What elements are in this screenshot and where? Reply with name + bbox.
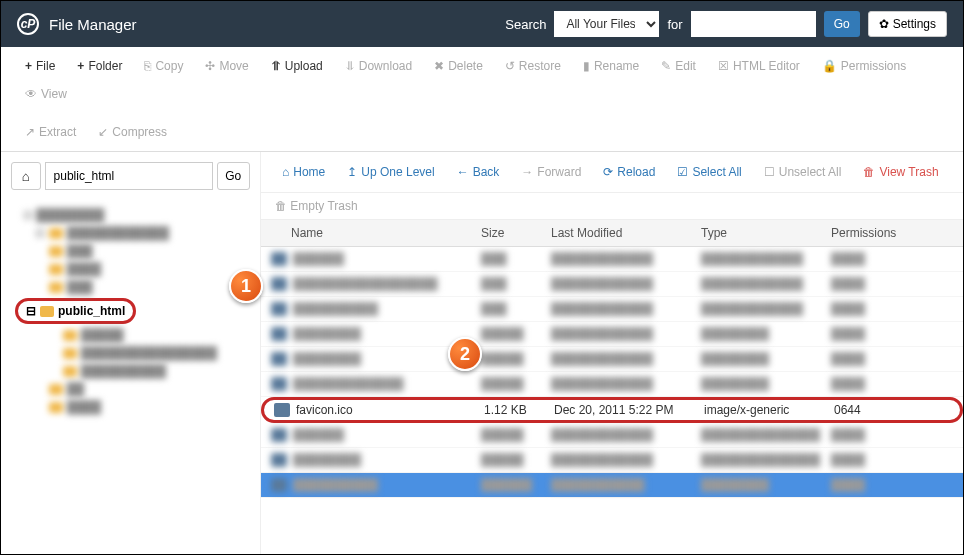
table-row[interactable]: █████████████████████████████████████ — [261, 347, 963, 372]
edit-button[interactable]: ✎Edit — [651, 53, 706, 79]
toolbar: +File +Folder ⎘Copy ✣Move ⥣Upload ⥥Downl… — [1, 47, 963, 152]
search-go-button[interactable]: Go — [824, 11, 860, 37]
rename-button[interactable]: ▮Rename — [573, 53, 649, 79]
path-home-button[interactable]: ⌂ — [11, 162, 41, 190]
table-row[interactable]: ████████████████████████████████████████… — [261, 372, 963, 397]
grid-header: Name Size Last Modified Type Permissions — [261, 220, 963, 247]
file-button[interactable]: +File — [15, 53, 65, 79]
nav-select-all[interactable]: ☑Select All — [668, 160, 750, 184]
path-go-button[interactable]: Go — [217, 162, 250, 190]
search-scope-select[interactable]: All Your Files — [554, 11, 659, 37]
folder-button[interactable]: +Folder — [67, 53, 132, 79]
col-size[interactable]: Size — [481, 226, 551, 240]
nav-unselect-all[interactable]: ☐Unselect All — [755, 160, 851, 184]
top-bar: cP File Manager Search All Your Files fo… — [1, 1, 963, 47]
annotation-marker-1: 1 — [229, 269, 263, 303]
table-row[interactable]: █████████████████████████████████████ — [261, 322, 963, 347]
extract-button[interactable]: ↗Extract — [15, 119, 86, 145]
compress-button[interactable]: ↙Compress — [88, 119, 177, 145]
delete-button[interactable]: ✖Delete — [424, 53, 493, 79]
col-modified[interactable]: Last Modified — [551, 226, 701, 240]
gear-icon: ✿ — [879, 17, 889, 31]
table-row[interactable]: ████████████████████████████████████████… — [261, 423, 963, 448]
file-icon — [274, 403, 290, 417]
nav-view-trash[interactable]: 🗑View Trash — [854, 160, 947, 184]
table-row[interactable]: ████████████████████████████████████████… — [261, 448, 963, 473]
restore-button[interactable]: ↺Restore — [495, 53, 571, 79]
table-row[interactable]: █████████████████████████████████████ — [261, 247, 963, 272]
nav-up[interactable]: ↥Up One Level — [338, 160, 443, 184]
file-list[interactable]: █████████████████████████████████████ ██… — [261, 247, 963, 555]
permissions-button[interactable]: 🔒Permissions — [812, 53, 916, 79]
search-input[interactable] — [691, 11, 816, 37]
file-type: image/x-generic — [704, 403, 834, 417]
download-button[interactable]: ⥥Download — [335, 53, 422, 79]
nav-reload[interactable]: ⟳Reload — [594, 160, 664, 184]
file-name: favicon.ico — [296, 403, 353, 417]
tree-public-html[interactable]: ⊟ public_html — [15, 298, 136, 324]
view-button[interactable]: 👁View — [15, 81, 77, 107]
path-input[interactable] — [45, 162, 213, 190]
col-permissions[interactable]: Permissions — [831, 226, 911, 240]
html-editor-button[interactable]: ☒HTML Editor — [708, 53, 810, 79]
folder-tree[interactable]: ⊟ ████████ ⊟ ████████████ ███ ████ ███ ⊟… — [11, 202, 250, 420]
table-row-selected[interactable]: ███████████████████████████████████████ — [261, 473, 963, 498]
annotation-marker-2: 2 — [448, 337, 482, 371]
nav-bar: ⌂Home ↥Up One Level ←Back →Forward ⟳Relo… — [261, 152, 963, 193]
nav-forward[interactable]: →Forward — [512, 160, 590, 184]
table-row[interactable]: ████████████████████████████████████████… — [261, 272, 963, 297]
table-row-favicon[interactable]: favicon.ico 1.12 KB Dec 20, 2011 5:22 PM… — [261, 397, 963, 423]
col-type[interactable]: Type — [701, 226, 831, 240]
nav-empty-trash[interactable]: 🗑 Empty Trash — [261, 193, 963, 220]
search-label: Search — [505, 17, 546, 32]
app-title: File Manager — [49, 16, 137, 33]
table-row[interactable]: ████████████████████████████████████████… — [261, 297, 963, 322]
file-modified: Dec 20, 2011 5:22 PM — [554, 403, 704, 417]
nav-back[interactable]: ←Back — [448, 160, 509, 184]
copy-button[interactable]: ⎘Copy — [134, 53, 193, 79]
cpanel-logo-icon: cP — [17, 13, 39, 35]
file-size: 1.12 KB — [484, 403, 554, 417]
upload-button[interactable]: ⥣Upload — [261, 53, 333, 79]
nav-home[interactable]: ⌂Home — [273, 160, 334, 184]
file-permissions: 0644 — [834, 403, 914, 417]
for-label: for — [667, 17, 682, 32]
col-name[interactable]: Name — [261, 226, 481, 240]
settings-button[interactable]: ✿Settings — [868, 11, 947, 37]
move-button[interactable]: ✣Move — [195, 53, 258, 79]
